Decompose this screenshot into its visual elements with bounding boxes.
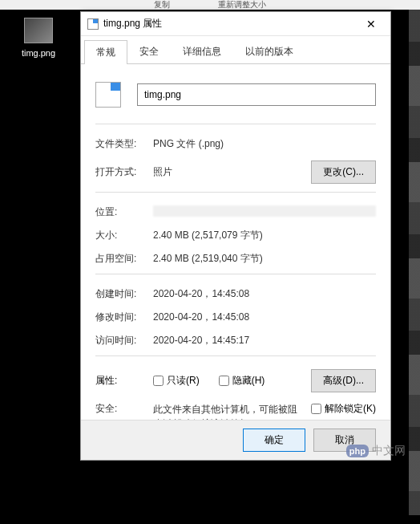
tab-details[interactable]: 详细信息	[171, 39, 233, 63]
diskspace-label: 占用空间:	[95, 252, 153, 266]
tab-strip: 常规 安全 详细信息 以前的版本	[81, 36, 390, 64]
readonly-checkbox-label: 只读(R)	[167, 374, 200, 388]
attributes-label: 属性:	[95, 374, 153, 388]
modified-value: 2020-04-20，14:45:08	[153, 311, 376, 324]
change-button[interactable]: 更改(C)...	[311, 160, 376, 184]
advanced-button[interactable]: 高级(D)...	[311, 369, 376, 392]
separator	[95, 192, 376, 193]
file-icon	[87, 18, 99, 30]
filetype-value: PNG 文件 (.png)	[153, 137, 376, 151]
dialog-button-bar: 确定 取消	[81, 420, 390, 460]
desktop-file-icon[interactable]: timg.png	[14, 18, 63, 58]
hidden-checkbox-label: 隐藏(H)	[232, 374, 265, 388]
diskspace-value: 2.40 MB (2,519,040 字节)	[153, 252, 376, 266]
right-panel-decoration	[409, 10, 420, 515]
accessed-value: 2020-04-20，14:45:17	[153, 334, 376, 347]
tab-general[interactable]: 常规	[84, 40, 127, 64]
tab-security[interactable]: 安全	[127, 39, 171, 63]
unblock-checkbox[interactable]: 解除锁定(K)	[311, 402, 376, 416]
openwith-label: 打开方式:	[95, 165, 153, 179]
filetype-label: 文件类型:	[95, 137, 153, 151]
unblock-checkbox-input[interactable]	[311, 404, 321, 414]
size-value: 2.40 MB (2,517,079 字节)	[153, 229, 376, 242]
unblock-checkbox-label: 解除锁定(K)	[325, 402, 376, 416]
watermark: php 中文网	[346, 444, 406, 458]
created-value: 2020-04-20，14:45:08	[153, 287, 376, 301]
filename-input[interactable]	[137, 83, 376, 106]
php-logo-icon: php	[346, 445, 369, 457]
parent-toolbar: 复制 重新调整大小	[0, 0, 420, 10]
watermark-text: 中文网	[372, 444, 406, 458]
created-label: 创建时间:	[95, 287, 153, 301]
dialog-titlebar[interactable]: timg.png 属性 ✕	[81, 12, 390, 36]
openwith-value: 照片	[153, 165, 311, 179]
separator	[95, 274, 376, 274]
tab-previous-versions[interactable]: 以前的版本	[233, 39, 305, 63]
properties-dialog: timg.png 属性 ✕ 常规 安全 详细信息 以前的版本 文件类型: PNG…	[80, 11, 391, 461]
file-large-icon	[95, 82, 121, 108]
desktop-background: 复制 重新调整大小 timg.png timg.png 属性 ✕ 常规 安全 详…	[0, 0, 420, 524]
hidden-checkbox[interactable]: 隐藏(H)	[219, 374, 265, 388]
accessed-label: 访问时间:	[95, 334, 153, 347]
separator	[95, 355, 376, 356]
separator	[95, 124, 376, 124]
size-label: 大小:	[95, 229, 153, 242]
close-button[interactable]: ✕	[358, 14, 384, 34]
dialog-content: 文件类型: PNG 文件 (.png) 打开方式: 照片 更改(C)... 位置…	[81, 64, 390, 420]
copy-label: 复制	[154, 0, 170, 10]
security-note: 此文件来自其他计算机，可能被阻止以帮助保护该计算机。	[153, 402, 311, 420]
location-label: 位置:	[95, 205, 153, 219]
modified-label: 修改时间:	[95, 311, 153, 324]
image-thumbnail-icon	[24, 18, 53, 43]
ok-button[interactable]: 确定	[243, 429, 305, 452]
readonly-checkbox-input[interactable]	[153, 376, 164, 386]
dialog-title: timg.png 属性	[103, 17, 358, 30]
location-value	[153, 205, 376, 217]
readonly-checkbox[interactable]: 只读(R)	[153, 374, 200, 388]
hidden-checkbox-input[interactable]	[219, 376, 229, 386]
security-label: 安全:	[95, 402, 153, 416]
desktop-file-label: timg.png	[14, 48, 63, 58]
resize-label: 重新调整大小	[218, 0, 266, 10]
